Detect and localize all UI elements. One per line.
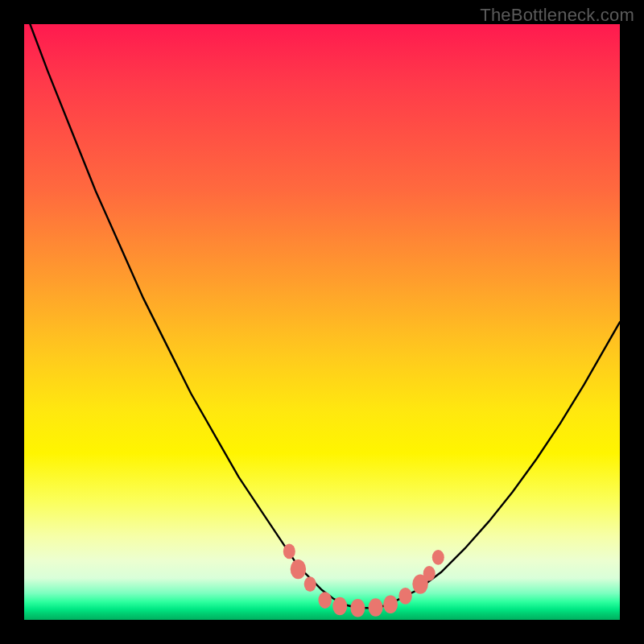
plot-area [24,24,620,620]
curve-marker [283,544,295,559]
attribution-label: TheBottleneck.com [480,5,634,26]
curve-markers [283,544,444,617]
curve-marker [350,599,365,617]
curve-marker [304,576,316,592]
curve-layer [24,24,620,620]
chart-stage: TheBottleneck.com [0,0,644,644]
bottleneck-curve [30,24,620,608]
curve-marker [423,566,436,581]
curve-marker [383,596,398,614]
curve-marker [332,597,347,616]
curve-marker [432,550,444,565]
curve-marker [318,592,332,609]
curve-marker [291,559,307,579]
curve-marker [398,588,412,605]
curve-marker [369,598,383,617]
